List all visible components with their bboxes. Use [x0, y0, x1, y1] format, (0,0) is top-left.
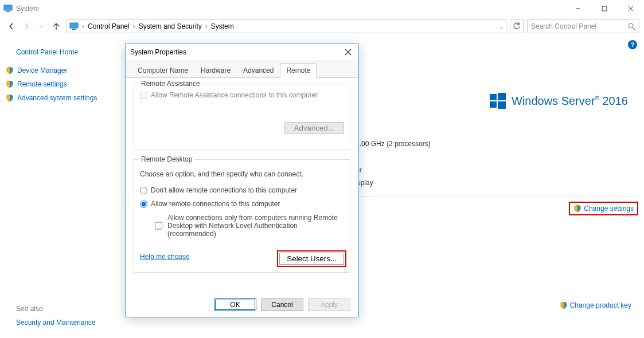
search-placeholder: Search Control Panel	[531, 22, 596, 30]
shield-icon	[573, 205, 581, 213]
allow-remote-input[interactable]	[140, 201, 147, 208]
nla-input[interactable]	[155, 215, 162, 236]
dialog-title: System Properties	[130, 48, 186, 56]
nav-bar: › Control Panel › System and Security › …	[0, 17, 644, 36]
up-button[interactable]	[49, 19, 63, 33]
sidebar-link-device-manager[interactable]: Device Manager	[6, 66, 125, 74]
help-icon[interactable]: ?	[628, 40, 637, 49]
search-input[interactable]: Search Control Panel	[527, 19, 639, 33]
minimize-button[interactable]	[565, 0, 591, 17]
system-properties-dialog: System Properties Computer Name Hardware…	[125, 44, 359, 317]
window-title: System	[16, 5, 39, 13]
remote-assistance-legend: Remote Assistance	[139, 80, 202, 88]
svg-rect-12	[490, 101, 497, 108]
shield-icon	[560, 301, 568, 309]
allow-remote-label: Allow remote connections to this compute…	[151, 200, 280, 208]
chevron-right-icon: ›	[205, 22, 208, 30]
change-settings-link[interactable]: Change settings	[569, 202, 638, 215]
brand-year: 2016	[603, 95, 629, 107]
remote-desktop-group: Remote Desktop Choose an option, and the…	[134, 159, 350, 273]
system-icon	[69, 22, 79, 31]
system-info-fragment: 3.00 GHz (2 processors) or isplay	[356, 137, 431, 189]
see-also-link[interactable]: Security and Maintenance	[16, 319, 96, 327]
sidebar-link-label: Device Manager	[17, 66, 67, 74]
shield-icon	[6, 66, 14, 74]
ok-button[interactable]: OK	[214, 298, 256, 311]
remote-assistance-group: Remote Assistance Allow Remote Assistanc…	[134, 84, 350, 150]
back-button[interactable]	[5, 19, 18, 33]
system-icon	[3, 4, 13, 13]
allow-remote-radio[interactable]: Allow remote connections to this compute…	[140, 200, 344, 208]
search-icon	[628, 23, 635, 30]
forward-button[interactable]	[19, 19, 33, 33]
control-panel-home-link[interactable]: Control Panel Home	[16, 48, 125, 56]
breadcrumb-mid[interactable]: System and Security	[139, 22, 202, 30]
shield-icon	[6, 94, 14, 102]
sidebar-link-remote-settings[interactable]: Remote settings	[6, 80, 125, 88]
deny-remote-label: Don't allow remote connections to this c…	[151, 186, 297, 194]
address-bar[interactable]: › Control Panel › System and Security › …	[67, 19, 506, 33]
allow-remote-assistance-input[interactable]	[140, 92, 147, 99]
nla-checkbox[interactable]: Allow connections only from computers ru…	[153, 214, 344, 238]
svg-rect-6	[70, 23, 78, 28]
tab-remote[interactable]: Remote	[280, 63, 317, 78]
remote-assistance-advanced-button[interactable]: Advanced...	[284, 122, 344, 134]
see-also-heading: See also	[16, 305, 96, 313]
shield-icon	[6, 80, 14, 88]
cancel-button[interactable]: Cancel	[261, 298, 303, 311]
svg-rect-13	[498, 101, 506, 109]
allow-remote-assistance-label: Allow Remote Assistance connections to t…	[151, 91, 318, 99]
remote-desktop-legend: Remote Desktop	[139, 155, 194, 163]
help-me-choose-link[interactable]: Help me choose	[140, 253, 190, 261]
svg-rect-11	[498, 93, 506, 100]
change-settings-label: Change settings	[584, 205, 634, 213]
close-button[interactable]	[618, 0, 644, 17]
svg-rect-0	[4, 5, 12, 10]
tab-advanced[interactable]: Advanced	[237, 63, 280, 78]
select-users-button[interactable]: Select Users...	[279, 253, 344, 265]
svg-rect-10	[490, 94, 497, 100]
chevron-right-icon: ›	[82, 22, 84, 30]
tab-computer-name[interactable]: Computer Name	[131, 63, 194, 78]
brand-name: Windows Server	[512, 95, 595, 107]
svg-line-9	[633, 27, 635, 30]
nla-label: Allow connections only from computers ru…	[167, 214, 339, 238]
dialog-tabs: Computer Name Hardware Advanced Remote	[126, 60, 358, 78]
maximize-button[interactable]	[591, 0, 618, 17]
recent-dropdown-icon[interactable]	[34, 19, 48, 33]
svg-rect-3	[602, 6, 607, 11]
breadcrumb-root[interactable]: Control Panel	[88, 22, 130, 30]
breadcrumb-leaf[interactable]: System	[211, 22, 234, 30]
windows-logo-icon	[490, 93, 506, 109]
chevron-down-icon[interactable]: ⌵	[499, 22, 504, 30]
svg-rect-7	[72, 29, 76, 30]
windows-brand: Windows Server® 2016	[490, 93, 628, 109]
change-product-key-label: Change product key	[570, 301, 631, 309]
sidebar-link-advanced-settings[interactable]: Advanced system settings	[6, 94, 125, 102]
remote-desktop-description: Choose an option, and then specify who c…	[140, 170, 344, 178]
refresh-button[interactable]	[510, 19, 524, 33]
deny-remote-input[interactable]	[140, 187, 147, 194]
dialog-close-button[interactable]	[342, 49, 354, 56]
apply-button[interactable]: Apply	[308, 298, 350, 311]
divider	[356, 196, 638, 196]
tab-hardware[interactable]: Hardware	[194, 63, 237, 78]
allow-remote-assistance-checkbox[interactable]: Allow Remote Assistance connections to t…	[140, 91, 344, 99]
svg-point-8	[629, 23, 633, 28]
title-bar: System	[0, 0, 644, 17]
deny-remote-radio[interactable]: Don't allow remote connections to this c…	[140, 186, 344, 194]
cpu-info: 3.00 GHz (2 processors)	[356, 137, 431, 150]
chevron-right-icon: ›	[133, 22, 135, 30]
change-product-key-link[interactable]: Change product key	[560, 301, 631, 309]
svg-rect-1	[6, 11, 10, 12]
sidebar-link-label: Remote settings	[17, 80, 67, 88]
sidebar-link-label: Advanced system settings	[17, 94, 97, 102]
